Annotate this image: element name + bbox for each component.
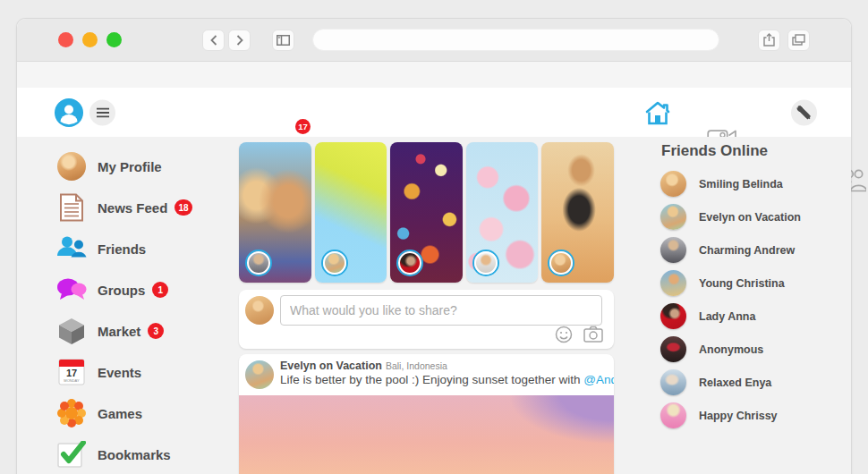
hamburger-icon	[97, 107, 109, 117]
feed-column: Evelyn on VacationBali, Indonesia Life i…	[239, 142, 614, 474]
friend-name: Evelyn on Vacation	[699, 211, 801, 224]
svg-text:MONDAY: MONDAY	[64, 378, 80, 383]
friend-name: Smiling Belinda	[699, 178, 783, 190]
forward-button[interactable]	[228, 30, 251, 51]
story-card[interactable]	[466, 142, 539, 283]
sidebar-item-groups[interactable]: Groups 1	[17, 269, 236, 310]
sidebar-item-my-profile[interactable]: My Profile	[17, 146, 236, 187]
sidebar-item-news-feed[interactable]: News Feed 18	[17, 187, 236, 228]
sidebar-item-bookmarks[interactable]: Bookmarks	[17, 434, 236, 474]
news-feed-icon	[55, 190, 89, 224]
story-author-avatar	[323, 251, 346, 275]
friend-name: Happy Chrissy	[699, 410, 778, 422]
friend-item[interactable]: Smiling Belinda	[657, 167, 858, 200]
sidebar-item-events[interactable]: 17 MONDAY Events	[17, 351, 236, 393]
games-flower-icon	[55, 396, 89, 430]
story-card[interactable]	[541, 142, 614, 283]
share-page-button[interactable]	[758, 30, 780, 51]
friend-avatar	[660, 270, 686, 296]
friend-item[interactable]: Anonymous	[657, 333, 858, 366]
sidebar-badge: 3	[148, 323, 164, 339]
sidebar-badge: 1	[152, 282, 168, 298]
address-bar[interactable]	[312, 29, 719, 51]
friends-online-title: Friends Online	[661, 142, 858, 160]
tools-icon	[796, 105, 812, 120]
friend-avatar	[660, 204, 686, 230]
story-author-avatar	[398, 251, 421, 275]
video-badge: 17	[295, 119, 311, 134]
sidebar-item-games[interactable]: Games	[17, 393, 236, 434]
friend-avatar	[660, 303, 686, 329]
home-icon	[644, 100, 671, 125]
post-location: Bali, Indonesia	[386, 360, 447, 371]
app-body: My Profile News Fee	[17, 137, 851, 474]
smiley-icon	[555, 326, 573, 343]
friend-item[interactable]: Young Christina	[657, 267, 858, 300]
left-sidebar: My Profile News Fee	[17, 146, 236, 474]
sidebar-item-friends[interactable]: Friends	[17, 228, 236, 269]
window-controls	[58, 32, 122, 47]
friend-item[interactable]: Happy Chrissy	[657, 399, 858, 432]
post-author-name[interactable]: Evelyn on Vacation	[280, 360, 382, 372]
friend-name: Lady Anna	[699, 310, 755, 323]
post-photo[interactable]	[239, 395, 614, 474]
profile-avatar-button[interactable]	[55, 98, 83, 127]
story-card[interactable]	[239, 142, 311, 283]
back-button[interactable]	[202, 30, 225, 51]
zoom-window-button[interactable]	[106, 32, 122, 47]
home-tab[interactable]	[241, 100, 868, 125]
friend-avatar	[660, 402, 686, 428]
story-author-avatar	[549, 251, 573, 275]
story-card[interactable]	[315, 142, 387, 283]
story-card[interactable]	[390, 142, 463, 283]
tabs-icon	[792, 34, 805, 46]
market-cube-icon	[55, 314, 89, 348]
share-upload-icon	[763, 33, 775, 47]
camera-icon	[583, 326, 603, 343]
page-margin	[17, 62, 851, 88]
tabs-overview-button[interactable]	[787, 30, 810, 51]
close-window-button[interactable]	[58, 32, 73, 47]
friend-name: Young Christina	[699, 277, 785, 290]
friend-avatar	[660, 237, 686, 263]
sidebar-label: Friends	[98, 241, 146, 257]
browser-chrome	[17, 19, 851, 62]
settings-button[interactable]	[791, 99, 817, 125]
friend-item[interactable]: Relaxed Enya	[657, 366, 858, 399]
sidebar-toggle-button[interactable]	[272, 30, 294, 51]
post-author-avatar[interactable]	[245, 360, 274, 389]
desktop: 17	[0, 0, 868, 474]
bookmarks-check-icon	[55, 437, 89, 471]
groups-icon	[55, 273, 89, 307]
sidebar-label: Groups	[98, 283, 145, 298]
friend-avatar	[660, 336, 686, 362]
friend-item[interactable]: Lady Anna	[657, 300, 858, 333]
friend-name: Relaxed Enya	[699, 377, 771, 389]
friends-icon	[55, 232, 89, 266]
chevron-right-icon	[235, 35, 244, 46]
story-author-avatar	[474, 251, 498, 275]
friend-avatar	[660, 171, 686, 197]
minimize-window-button[interactable]	[82, 32, 98, 47]
friends-online-panel: Friends Online Smiling Belinda Evelyn on…	[657, 139, 858, 432]
app-header: 17	[17, 88, 851, 137]
sidebar-label: Games	[98, 406, 142, 421]
svg-text:17: 17	[66, 368, 77, 378]
emoji-button[interactable]	[555, 326, 573, 343]
feed-post[interactable]: Evelyn on VacationBali, Indonesia Life i…	[239, 354, 614, 474]
menu-button[interactable]	[89, 99, 115, 125]
browser-window: 17	[16, 18, 852, 474]
calendar-icon: 17 MONDAY	[55, 355, 89, 389]
sidebar-badge: 18	[174, 199, 191, 216]
friend-name: Charming Andrew	[699, 244, 795, 257]
stories-row	[239, 142, 614, 283]
friend-item[interactable]: Charming Andrew	[657, 233, 858, 267]
share-input[interactable]	[280, 295, 602, 326]
profile-photo-icon	[55, 149, 89, 183]
sidebar-item-market[interactable]: Market 3	[17, 310, 236, 351]
post-mention-link[interactable]: @Andrew	[583, 373, 614, 386]
photo-upload-button[interactable]	[583, 326, 603, 343]
friend-name: Anonymous	[699, 343, 763, 356]
friend-avatar	[660, 369, 686, 395]
friend-item[interactable]: Evelyn on Vacation	[657, 200, 858, 233]
